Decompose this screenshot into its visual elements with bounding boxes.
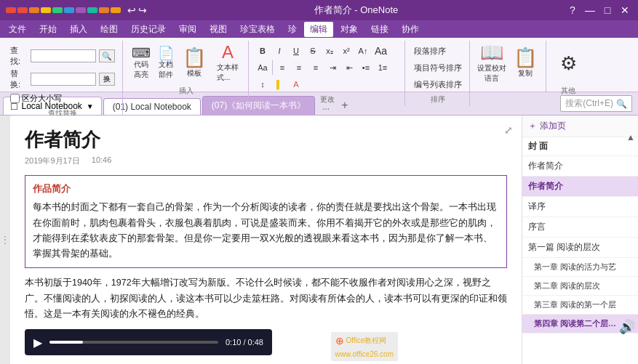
menu-insert[interactable]: 插入 bbox=[64, 22, 93, 37]
superscript-btn[interactable]: x² bbox=[338, 43, 354, 59]
menu-gem[interactable]: 珍 bbox=[282, 22, 303, 37]
office-brand-icon: ⊕ bbox=[335, 335, 344, 347]
menu-start[interactable]: 开始 bbox=[33, 22, 63, 37]
bullet-sort-btn[interactable]: 项目符号排序 bbox=[411, 60, 465, 76]
spell-label: 设置校对语言 bbox=[477, 63, 506, 84]
code-highlight-button[interactable]: ⌨ 代码高亮 bbox=[129, 45, 153, 81]
menu-view[interactable]: 视图 bbox=[204, 22, 233, 37]
align-left-btn[interactable]: ≡ bbox=[274, 60, 290, 76]
underline-btn[interactable]: U bbox=[288, 43, 304, 59]
tab-search-box[interactable]: 搜索(Ctrl+E) 🔍 bbox=[560, 95, 632, 112]
replace-action-btn[interactable]: 换 bbox=[99, 73, 115, 86]
watermark: ⊕ Office教程网www.office26.com bbox=[331, 332, 398, 361]
progress-bar[interactable] bbox=[49, 341, 218, 344]
ribbon-group-sort: 段落排序 项目符号排序 编号列表排序 排序 bbox=[407, 41, 470, 106]
doc-parts-button[interactable]: 📄 文档部件 bbox=[155, 45, 177, 81]
replace-input[interactable] bbox=[31, 73, 96, 86]
color-dot-1 bbox=[6, 7, 16, 13]
font-size-up-btn[interactable]: A↑ bbox=[355, 43, 371, 59]
other-button[interactable]: ⚙ bbox=[552, 43, 584, 84]
outdent-btn[interactable]: ⇤ bbox=[341, 60, 357, 76]
page-item-chapter2[interactable]: 第二章 阅读的层次 bbox=[522, 277, 638, 296]
subscript-btn[interactable]: x₂ bbox=[322, 43, 338, 59]
page-item-preface[interactable]: 序言 bbox=[522, 217, 638, 238]
watermark-text: Office教程网www.office26.com bbox=[335, 336, 394, 358]
page-item-chapter3[interactable]: 第三章 阅读的第一个层 bbox=[522, 296, 638, 315]
align-center-btn[interactable]: ≡ bbox=[291, 60, 307, 76]
ribbon-collapse-btn[interactable]: ▲ bbox=[626, 132, 635, 142]
text-box-content: 每本书的封面之下都有一套自己的骨架，作为一个分析阅读的读者，你的责任就是要找出这… bbox=[33, 200, 499, 262]
search-icon: 🔍 bbox=[616, 99, 627, 109]
menu-bar: 文件 开始 插入 绘图 历史记录 审阅 视图 珍宝表格 珍 编辑 对象 链接 协… bbox=[0, 20, 638, 38]
template-button[interactable]: 📋 模板 bbox=[178, 43, 210, 84]
text-style-label: 文本样式... bbox=[217, 62, 239, 83]
main-area: ⋮ ⤢ 作者简介 2019年9月17日 10:46 作品简介 每本书的封面之下都… bbox=[0, 116, 638, 364]
time-display: 0:10 / 0:48 bbox=[226, 338, 263, 347]
copy-format-button[interactable]: 📋 复制 bbox=[509, 43, 541, 84]
menu-draw[interactable]: 绘图 bbox=[95, 22, 124, 37]
color-dot-4 bbox=[41, 7, 51, 13]
menu-table[interactable]: 珍宝表格 bbox=[234, 22, 281, 37]
play-button[interactable]: ▶ bbox=[33, 336, 42, 349]
sort-group-label: 排序 bbox=[431, 93, 445, 105]
strikethrough-btn[interactable]: S bbox=[305, 43, 321, 59]
page-item-translator-preface[interactable]: 译序 bbox=[522, 197, 638, 217]
indent-btn[interactable]: ⇥ bbox=[324, 60, 340, 76]
ribbon-group-lang: 📖 设置校对语言 📋 复制 bbox=[471, 41, 546, 92]
find-button[interactable]: 🔍 bbox=[99, 49, 115, 62]
case-sensitive-area: 区分大小写 bbox=[10, 93, 115, 104]
font-color-btn[interactable]: A bbox=[288, 76, 304, 92]
note-title: 作者简介 bbox=[25, 127, 507, 153]
help-button[interactable]: ? bbox=[565, 3, 580, 17]
highlight-btn[interactable]: ▌ bbox=[271, 76, 287, 92]
copy-label: 复制 bbox=[518, 68, 533, 78]
drag-handle[interactable]: ⋮ bbox=[0, 116, 10, 364]
color-dot-6 bbox=[64, 7, 74, 13]
menu-link[interactable]: 链接 bbox=[365, 22, 394, 37]
text-box-title: 作品简介 bbox=[33, 182, 499, 197]
close-button[interactable]: ✕ bbox=[618, 3, 632, 17]
align-right-btn[interactable]: ≡ bbox=[308, 60, 324, 76]
page-item-author-intro-1[interactable]: 作者简介 bbox=[522, 156, 638, 177]
text-box: 作品简介 每本书的封面之下都有一套自己的骨架，作为一个分析阅读的读者，你的责任就… bbox=[25, 175, 507, 268]
title-bar-center: 作者简介 - OneNote bbox=[147, 4, 565, 17]
menu-history[interactable]: 历史记录 bbox=[125, 22, 172, 37]
note-date: 2019年9月17日 10:46 bbox=[25, 155, 507, 166]
menu-review[interactable]: 审阅 bbox=[173, 22, 202, 37]
line-spacing-btn[interactable]: ↕ bbox=[255, 76, 271, 92]
font-size-label: Aa bbox=[255, 60, 271, 76]
right-sidebar: ＋ 添加页 封 面 作者简介 作者简介 译序 序言 第一篇 阅读的层次 第一章 … bbox=[522, 116, 638, 364]
undo-icon[interactable]: ↩ bbox=[127, 4, 136, 16]
page-item-chapter1[interactable]: 第一章 阅读的活力与艺 bbox=[522, 258, 638, 277]
number-btn[interactable]: 1≡ bbox=[375, 60, 391, 76]
sidebar-audio-icon: 🔊 bbox=[619, 319, 635, 335]
menu-object[interactable]: 对象 bbox=[335, 22, 364, 37]
video-player: ▶ 0:10 / 0:48 bbox=[25, 329, 272, 355]
minimize-button[interactable]: — bbox=[583, 3, 597, 17]
maximize-button[interactable]: □ bbox=[600, 3, 615, 17]
note-date-text: 2019年9月17日 bbox=[25, 155, 80, 166]
number-sort-btn[interactable]: 编号列表排序 bbox=[411, 76, 465, 92]
menu-file[interactable]: 文件 bbox=[3, 22, 32, 37]
insert-group-label: 插入 bbox=[179, 84, 194, 96]
text-style-button[interactable]: A 文本样式... bbox=[212, 43, 244, 84]
font-btn[interactable]: Aa bbox=[372, 43, 390, 59]
color-dot-8 bbox=[87, 7, 97, 13]
find-input[interactable] bbox=[31, 49, 96, 62]
ribbon: 查找: 🔍 替换: 换 区分大小写 查找替换 ⌨ 代码高亮 📄 bbox=[0, 38, 638, 92]
redo-icon[interactable]: ↪ bbox=[138, 4, 147, 16]
page-item-author-intro-2[interactable]: 作者简介 bbox=[522, 177, 638, 197]
case-sensitive-checkbox[interactable] bbox=[10, 94, 20, 103]
search-replace-area: 查找: 🔍 替换: 换 区分大小写 bbox=[7, 42, 118, 107]
menu-collab[interactable]: 协作 bbox=[396, 22, 425, 37]
italic-btn[interactable]: I bbox=[271, 43, 287, 59]
menu-edit[interactable]: 编辑 bbox=[304, 22, 333, 37]
expand-icon[interactable]: ⤢ bbox=[504, 124, 513, 136]
add-page-button[interactable]: ＋ 添加页 bbox=[522, 116, 638, 137]
bold-btn[interactable]: B bbox=[255, 43, 271, 59]
para-sort-btn[interactable]: 段落排序 bbox=[411, 43, 449, 59]
page-item-part1[interactable]: 第一篇 阅读的层次 bbox=[522, 238, 638, 258]
bullet-btn[interactable]: •≡ bbox=[358, 60, 374, 76]
color-dot-5 bbox=[52, 7, 63, 13]
spell-check-button[interactable]: 📖 设置校对语言 bbox=[476, 43, 508, 84]
